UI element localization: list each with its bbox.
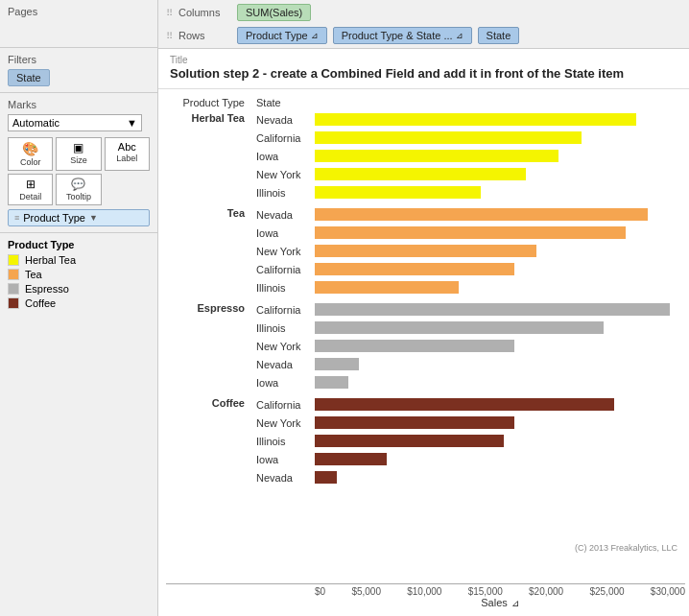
label-icon: Abc	[118, 141, 136, 153]
state-filter-badge[interactable]: State	[8, 69, 50, 86]
detail-icon: ⊞	[26, 178, 36, 191]
title-label: Title	[170, 55, 677, 65]
state-cell: Illinois	[252, 322, 315, 334]
label-button[interactable]: Abc Label	[105, 137, 150, 171]
table-row: Iowa	[252, 147, 685, 165]
bar	[315, 416, 514, 429]
bar	[315, 150, 558, 162]
x-label-2: $10,000	[407, 586, 441, 597]
columns-label: Columns	[178, 7, 231, 18]
legend-item-tea[interactable]: Tea	[8, 269, 150, 280]
pages-title: Pages	[8, 6, 150, 17]
group-label-3: Coffee	[166, 395, 252, 486]
coffee-label: Coffee	[25, 297, 56, 309]
chart-area: Product Type State Herbal TeaNevadaCalif…	[158, 89, 689, 616]
product-type-row-pill[interactable]: Product Type ⊿	[237, 27, 327, 44]
bar	[315, 226, 626, 239]
header-state: State	[252, 97, 315, 108]
table-row: New York	[252, 414, 685, 432]
table-row: California	[252, 300, 685, 319]
state-cell: Iowa	[252, 454, 315, 465]
color-label: Color	[20, 157, 41, 167]
group-rows-3: CaliforniaNew YorkIllinoisIowaNevada	[252, 395, 685, 486]
group-rows-2: CaliforniaIllinoisNew YorkNevadaIowa	[252, 300, 685, 391]
bar	[315, 340, 514, 352]
product-type-state-label: Product Type & State ...	[342, 30, 453, 41]
sales-filter-icon[interactable]: ⊿	[511, 598, 519, 608]
state-row-pill[interactable]: State	[478, 27, 520, 44]
title-text: Solution step 2 - create a Combined Fiel…	[170, 65, 677, 83]
state-cell: Illinois	[252, 436, 315, 447]
color-button[interactable]: 🎨 Color	[8, 137, 53, 171]
group-label-1: Tea	[166, 205, 252, 296]
product-type-state-funnel-icon: ⊿	[456, 31, 463, 40]
legend-title: Product Type	[8, 239, 150, 250]
title-section: Title Solution step 2 - create a Combine…	[158, 49, 689, 89]
state-row-label: State	[487, 30, 511, 41]
bar	[315, 453, 387, 465]
tea-label: Tea	[25, 269, 42, 280]
detail-label: Detail	[19, 192, 41, 201]
table-row: Illinois	[252, 183, 685, 201]
table-row: Illinois	[252, 319, 685, 337]
legend-item-herbal-tea[interactable]: Herbal Tea	[8, 254, 150, 266]
bar	[315, 358, 359, 370]
filters-section: Filters State	[0, 48, 157, 93]
size-label: Size	[70, 155, 87, 165]
x-label-1: $5,000	[351, 586, 381, 597]
bar	[315, 168, 526, 180]
group-espresso: EspressoCaliforniaIllinoisNew YorkNevada…	[166, 300, 685, 391]
legend-item-coffee[interactable]: Coffee	[8, 297, 150, 309]
x-axis-labels: $0 $5,000 $10,000 $15,000 $20,000 $25,00…	[315, 586, 685, 597]
bar	[315, 113, 636, 126]
state-cell: California	[252, 264, 315, 275]
herbal-tea-swatch	[8, 254, 19, 266]
table-row: Iowa	[252, 224, 685, 242]
marks-dropdown[interactable]: Automatic ▼	[8, 114, 142, 131]
table-row: Nevada	[252, 355, 685, 373]
product-type-mark-pill[interactable]: ≡ Product Type ▼	[8, 209, 150, 226]
state-cell: New York	[252, 417, 315, 429]
chevron-down-icon: ▼	[127, 117, 137, 129]
herbal-tea-label: Herbal Tea	[25, 254, 76, 266]
legend-item-espresso[interactable]: Espresso	[8, 283, 150, 295]
rows-label: Rows	[178, 30, 231, 41]
tooltip-label: Tooltip	[66, 192, 91, 201]
chart-body: Herbal TeaNevadaCaliforniaIowaNew YorkIl…	[166, 110, 685, 583]
state-cell: California	[252, 304, 315, 316]
state-cell: New York	[252, 246, 315, 257]
espresso-swatch	[8, 283, 19, 295]
table-row: Iowa	[252, 373, 685, 391]
product-type-funnel-icon: ⊿	[311, 31, 319, 40]
table-row: Nevada	[252, 468, 685, 486]
state-cell: New York	[252, 169, 315, 180]
bar	[315, 471, 337, 484]
color-icon: 🎨	[22, 141, 38, 156]
bar	[315, 321, 604, 334]
sum-sales-pill[interactable]: SUM(Sales)	[237, 4, 311, 21]
table-row: California	[252, 260, 685, 278]
drag-icon: ≡	[14, 213, 19, 223]
product-type-state-pill[interactable]: Product Type & State ... ⊿	[333, 27, 472, 44]
marks-title: Marks	[8, 99, 150, 110]
state-cell: California	[252, 399, 315, 411]
state-cell: California	[252, 132, 315, 144]
header-product-type: Product Type	[166, 97, 252, 108]
pages-section: Pages	[0, 0, 157, 48]
bar	[315, 435, 504, 447]
state-cell: Illinois	[252, 187, 315, 199]
table-row: New York	[252, 242, 685, 260]
table-row: New York	[252, 165, 685, 183]
tooltip-button[interactable]: 💬 Tooltip	[56, 174, 101, 205]
bar	[315, 376, 348, 389]
detail-button[interactable]: ⊞ Detail	[8, 174, 53, 205]
bar	[315, 208, 648, 221]
bar	[315, 281, 459, 294]
size-button[interactable]: ▣ Size	[56, 137, 101, 171]
group-label-0: Herbal Tea	[166, 110, 252, 201]
state-cell: Iowa	[252, 377, 315, 389]
legend-section: Product Type Herbal Tea Tea Espresso Cof…	[0, 233, 157, 318]
columns-drag-handle: ⠿	[166, 8, 173, 18]
group-tea: TeaNevadaIowaNew YorkCaliforniaIllinois	[166, 205, 685, 296]
x-axis-title-text: Sales	[481, 597, 508, 608]
